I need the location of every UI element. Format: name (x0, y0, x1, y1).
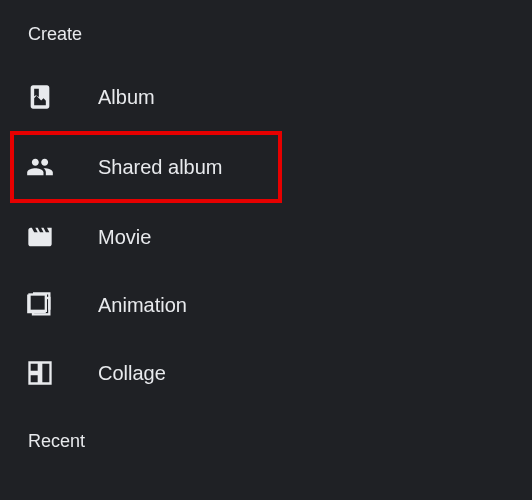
menu-item-shared-album[interactable]: Shared album (10, 131, 282, 203)
album-icon (24, 81, 56, 113)
menu-label-animation: Animation (98, 294, 187, 317)
animation-icon (24, 289, 56, 321)
collage-icon (24, 357, 56, 389)
menu-label-movie: Movie (98, 226, 151, 249)
shared-album-icon (24, 151, 56, 183)
recent-section-header: Recent (0, 407, 532, 452)
create-section-header: Create (0, 24, 532, 63)
menu-item-movie[interactable]: Movie (0, 203, 532, 271)
movie-icon (24, 221, 56, 253)
menu-item-collage[interactable]: Collage (0, 339, 532, 407)
menu-item-animation[interactable]: Animation (0, 271, 532, 339)
menu-label-shared-album: Shared album (98, 156, 223, 179)
menu-label-album: Album (98, 86, 155, 109)
menu-item-album[interactable]: Album (0, 63, 532, 131)
menu-label-collage: Collage (98, 362, 166, 385)
svg-rect-1 (30, 295, 46, 311)
